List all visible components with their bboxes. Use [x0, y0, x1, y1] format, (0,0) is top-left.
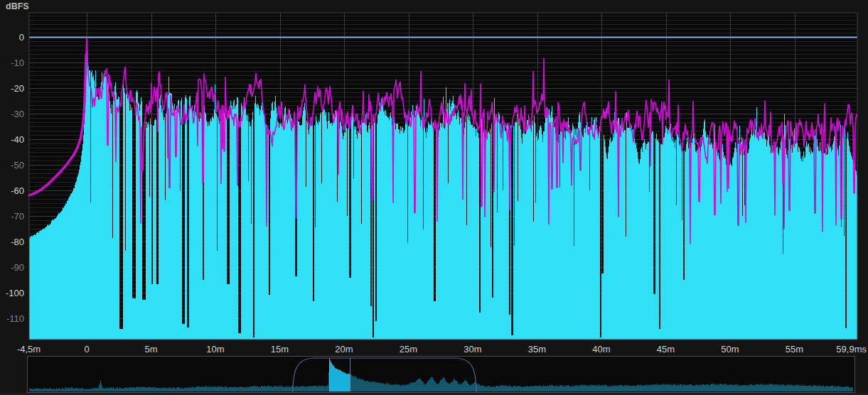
y-tick-label: -110: [6, 313, 24, 324]
overview-navigator[interactable]: [28, 357, 855, 393]
y-tick-label: -60: [11, 185, 24, 196]
y-tick-label: -50: [11, 160, 24, 171]
x-tick-label: 15m: [271, 344, 289, 355]
y-tick-label: -70: [11, 211, 24, 222]
y-tick-label: -30: [11, 109, 24, 119]
x-tick-label: 35m: [528, 344, 546, 355]
x-tick-label: 40m: [592, 344, 610, 355]
x-tick-label: 45m: [657, 344, 675, 355]
gridline-minor: [29, 58, 857, 59]
y-tick-label: -100: [6, 288, 24, 298]
gridline-minor: [29, 67, 857, 67]
x-tick-label: 10m: [206, 344, 224, 355]
gridline-minor: [29, 16, 857, 16]
gridline-minor: [29, 20, 857, 21]
gridline-minor: [29, 54, 857, 55]
x-tick-label: 0: [84, 344, 89, 355]
y-tick-label: -80: [11, 237, 24, 247]
gridline-minor: [29, 71, 857, 72]
x-tick-label: 50m: [721, 344, 739, 355]
gridline-minor: [29, 33, 857, 33]
x-tick-label: 5m: [144, 344, 157, 355]
y-tick-label: -20: [11, 83, 24, 94]
gridline-major: [29, 88, 857, 89]
y-axis-unit-label: dBFS: [6, 1, 29, 11]
gridline-minor: [29, 41, 857, 42]
y-tick-label: -90: [11, 262, 24, 273]
y-tick-label: 0: [19, 32, 24, 43]
x-tick-label: -4,5m: [17, 344, 41, 355]
level-vs-time-chart: 0-10-20-30-40-50-60-70-80-90-100-110 -4,…: [0, 0, 868, 395]
x-tick-label: 30m: [464, 344, 481, 355]
gridline-minor: [29, 50, 857, 50]
gridline-minor: [29, 80, 857, 80]
gridline-minor: [29, 24, 857, 25]
y-tick-label: -40: [11, 134, 24, 145]
y-tick-label: -10: [11, 58, 24, 68]
gridline-minor: [29, 45, 857, 46]
audio-analyzer-window: 0-10-20-30-40-50-60-70-80-90-100-110 -4,…: [0, 0, 868, 395]
x-tick-label: 59,9ms: [836, 344, 867, 355]
x-tick-label: 55m: [786, 344, 803, 355]
gridline-major: [29, 63, 857, 63]
gridline-minor: [29, 75, 857, 76]
x-tick-label: 25m: [400, 344, 417, 355]
gridline-minor: [29, 28, 857, 29]
x-tick-label: 20m: [335, 344, 353, 355]
gridline-minor: [29, 84, 857, 85]
